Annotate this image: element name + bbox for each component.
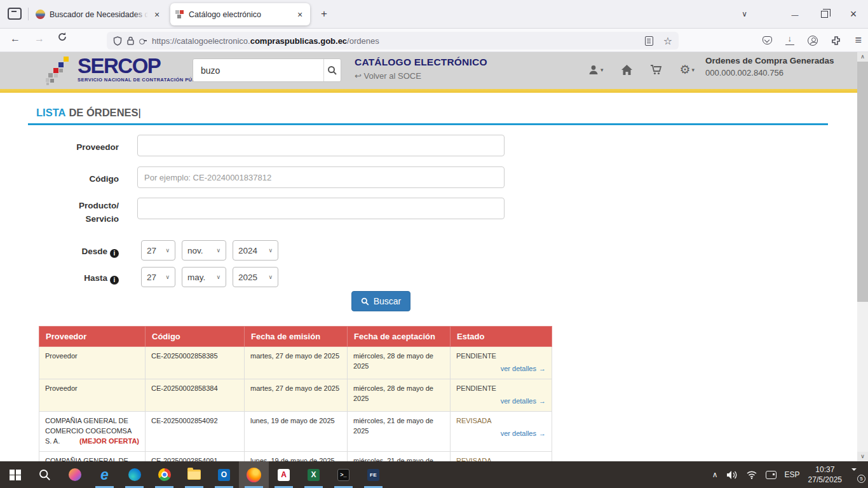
chevron-down-icon: ∨ (268, 247, 273, 254)
tab-catalogo-electronico[interactable]: Catálogo electrónico × (170, 3, 310, 25)
settings-menu-button[interactable]: ⚙ ▾ (680, 62, 695, 77)
lock-icon[interactable] (127, 36, 134, 45)
scrollbar-thumb[interactable] (857, 62, 868, 302)
acrobat-icon: A (278, 469, 290, 481)
proveedor-input[interactable] (137, 135, 505, 156)
fe-app-icon: FE (367, 469, 379, 481)
tray-expand-icon[interactable]: ∧ (712, 470, 718, 479)
downloads-icon[interactable] (785, 36, 794, 45)
acrobat-button[interactable]: A (269, 461, 299, 488)
cell-codigo: CE-20250002858384 (146, 379, 245, 411)
cell-proveedor: COMPAÑIA GENERAL DE COMERCIO COGECOMSA S… (39, 451, 146, 461)
tab-title: Catálogo electrónico (189, 10, 261, 19)
reader-mode-icon[interactable] (645, 36, 653, 46)
browser-tabstrip: Buscador de Necesidades de Co × Catálogo… (0, 0, 868, 29)
scroll-down-icon[interactable]: ∨ (857, 452, 868, 461)
status-badge: PENDIENTE (456, 384, 546, 394)
excel-button[interactable]: X (299, 461, 329, 488)
account-icon[interactable] (808, 36, 818, 46)
col-codigo: Código (146, 327, 245, 347)
user-icon (588, 64, 599, 76)
hasta-day-select[interactable]: 27∨ (141, 267, 175, 287)
tab-close-icon[interactable]: × (295, 10, 305, 20)
volver-soce-link[interactable]: ↩ Volver al SOCE (355, 71, 487, 81)
bookmark-star-icon[interactable]: ☆ (663, 35, 672, 47)
search-icon (39, 469, 51, 481)
mejor-oferta-badge: (MEJOR OFERTA) (79, 437, 139, 447)
notifications-button[interactable]: 5 (850, 469, 863, 480)
catalog-search-box (193, 58, 341, 82)
cell-codigo: CE-20250002854091 (146, 451, 245, 461)
codigo-input[interactable] (137, 166, 505, 188)
home-button[interactable] (621, 64, 633, 76)
fe-app-button[interactable]: FE (358, 461, 388, 488)
chrome-button[interactable] (149, 461, 179, 488)
proveedor-label: Proveedor (28, 141, 119, 154)
info-icon[interactable]: i (110, 276, 119, 285)
tab-close-icon[interactable]: × (152, 10, 162, 20)
list-all-tabs-icon[interactable]: ∨ (742, 10, 747, 18)
ver-detalles-link[interactable]: ver detalles (501, 365, 536, 372)
page-scrollbar[interactable]: ∧ ∨ (857, 52, 868, 461)
language-indicator[interactable]: ESP (785, 470, 800, 479)
site-header: SERCOP SERVICIO NACIONAL DE CONTRATACIÓN… (0, 52, 857, 89)
pocket-icon[interactable] (763, 36, 772, 44)
file-explorer-button[interactable] (179, 461, 209, 488)
producto-servicio-input[interactable] (137, 198, 505, 219)
start-button[interactable] (0, 461, 30, 488)
back-button[interactable]: ← (10, 33, 20, 44)
desde-year-select[interactable]: 2024∨ (233, 240, 278, 261)
windows-logo-icon (10, 470, 20, 480)
edge-button[interactable] (119, 461, 149, 488)
info-icon[interactable]: i (110, 249, 119, 258)
wifi-icon[interactable] (746, 470, 757, 479)
buscar-button[interactable]: Buscar (351, 291, 410, 311)
url-bar[interactable]: https://catalogoelectronico.compraspubli… (107, 32, 679, 50)
close-window-button[interactable]: × (839, 8, 868, 21)
cart-icon (650, 64, 663, 76)
scroll-up-icon[interactable]: ∧ (857, 52, 868, 62)
new-tab-button[interactable]: + (321, 8, 327, 20)
notification-count-badge: 5 (857, 475, 865, 483)
hasta-year-select[interactable]: 2025∨ (233, 267, 278, 287)
desde-day-select[interactable]: 27∨ (141, 240, 175, 261)
cell-estado: REVISADA ver detalles→ (451, 411, 552, 451)
terminal-button[interactable]: >_ (329, 461, 358, 488)
internet-explorer-button[interactable]: e (90, 461, 119, 488)
firefox-button[interactable] (239, 461, 269, 488)
volume-icon[interactable] (726, 470, 738, 480)
user-menu-button[interactable]: ▾ (588, 64, 604, 76)
cell-aceptacion: miércoles, 21 de mayo de 2025 (348, 451, 451, 461)
maximize-button[interactable] (810, 10, 839, 20)
catalog-search-input[interactable] (193, 65, 323, 76)
taskbar-search-button[interactable] (30, 461, 60, 488)
hasta-month-select[interactable]: may.∨ (182, 267, 226, 287)
extensions-puzzle-icon[interactable] (831, 36, 841, 46)
ver-detalles-link[interactable]: ver detalles (501, 397, 536, 405)
orders-generated-label: Ordenes de Compra Generadas (705, 56, 851, 65)
ver-detalles-link[interactable]: ver detalles (501, 430, 536, 437)
minimize-button[interactable]: — (780, 11, 810, 18)
menu-hamburger-icon[interactable]: ≡ (855, 34, 862, 47)
tab-title: Buscador de Necesidades de Co (50, 10, 148, 19)
copilot-button[interactable] (60, 461, 90, 488)
cell-emision: lunes, 19 de mayo de 2025 (245, 451, 348, 461)
remote-session-icon[interactable] (766, 471, 776, 479)
catalog-search-button[interactable] (323, 59, 341, 81)
search-icon (361, 297, 369, 306)
shield-icon[interactable] (113, 36, 122, 46)
firefox-view-icon[interactable] (8, 8, 22, 20)
desde-month-select[interactable]: nov.∨ (182, 240, 226, 261)
url-text[interactable]: https://catalogoelectronico.compraspubli… (152, 36, 379, 46)
outlook-button[interactable]: O (209, 461, 239, 488)
table-header-row: Proveedor Código Fecha de emisión Fecha … (39, 327, 552, 347)
taskbar-clock[interactable]: 10:37 27/5/2025 (808, 464, 842, 485)
cell-aceptacion: miércoles, 28 de mayo de 2025 (348, 347, 451, 379)
orders-table: Proveedor Código Fecha de emisión Fecha … (39, 326, 552, 461)
reload-icon[interactable] (57, 32, 67, 42)
permissions-key-icon[interactable] (139, 39, 147, 43)
sercop-logo[interactable]: SERCOP SERVICIO NACIONAL DE CONTRATACIÓN… (46, 55, 208, 86)
table-row: COMPAÑIA GENERAL DE COMERCIO COGECOMSA S… (39, 411, 552, 451)
tab-buscador-necesidades[interactable]: Buscador de Necesidades de Co × (31, 3, 167, 25)
cart-button[interactable] (650, 64, 663, 76)
